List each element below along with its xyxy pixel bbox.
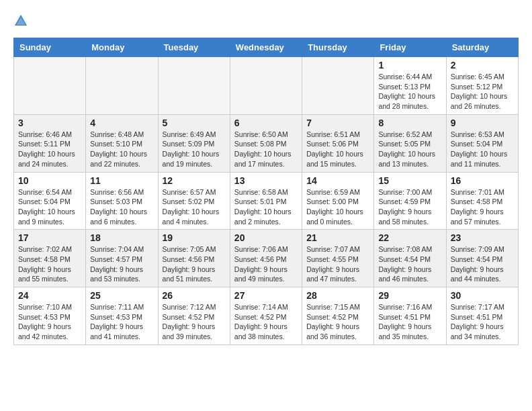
day-info: Sunrise: 7:15 AM Sunset: 4:52 PM Dayligh… <box>306 302 369 342</box>
day-info: Sunrise: 6:59 AM Sunset: 5:00 PM Dayligh… <box>306 187 369 227</box>
day-info: Sunrise: 6:56 AM Sunset: 5:03 PM Dayligh… <box>90 187 153 227</box>
day-number: 16 <box>451 175 514 186</box>
calendar-cell: 4Sunrise: 6:48 AM Sunset: 5:10 PM Daylig… <box>86 114 158 172</box>
day-info: Sunrise: 7:04 AM Sunset: 4:57 PM Dayligh… <box>90 244 153 284</box>
calendar-cell: 7Sunrise: 6:51 AM Sunset: 5:06 PM Daylig… <box>302 114 374 172</box>
week-row: 1Sunrise: 6:44 AM Sunset: 5:13 PM Daylig… <box>14 57 519 115</box>
calendar-cell: 25Sunrise: 7:11 AM Sunset: 4:53 PM Dayli… <box>86 287 158 345</box>
day-number: 6 <box>234 118 298 128</box>
day-info: Sunrise: 7:16 AM Sunset: 4:51 PM Dayligh… <box>378 302 441 342</box>
calendar-cell: 15Sunrise: 7:00 AM Sunset: 4:59 PM Dayli… <box>374 172 446 230</box>
calendar-cell: 21Sunrise: 7:07 AM Sunset: 4:55 PM Dayli… <box>302 230 374 287</box>
week-row: 24Sunrise: 7:10 AM Sunset: 4:53 PM Dayli… <box>14 287 519 345</box>
header-monday: Monday <box>86 38 158 57</box>
day-number: 9 <box>451 118 514 128</box>
calendar-cell: 5Sunrise: 6:49 AM Sunset: 5:09 PM Daylig… <box>158 114 230 172</box>
calendar-cell: 26Sunrise: 7:12 AM Sunset: 4:52 PM Dayli… <box>158 287 230 345</box>
day-number: 28 <box>306 290 369 301</box>
day-number: 7 <box>306 118 369 128</box>
day-number: 17 <box>18 232 81 243</box>
day-number: 30 <box>451 290 514 301</box>
day-info: Sunrise: 6:52 AM Sunset: 5:05 PM Dayligh… <box>378 130 441 169</box>
day-info: Sunrise: 6:49 AM Sunset: 5:09 PM Dayligh… <box>163 130 226 169</box>
day-info: Sunrise: 6:58 AM Sunset: 5:01 PM Dayligh… <box>234 187 298 227</box>
day-info: Sunrise: 6:50 AM Sunset: 5:08 PM Dayligh… <box>234 130 298 169</box>
header-wednesday: Wednesday <box>230 38 302 57</box>
day-info: Sunrise: 7:00 AM Sunset: 4:59 PM Dayligh… <box>378 187 441 227</box>
calendar-cell: 19Sunrise: 7:05 AM Sunset: 4:56 PM Dayli… <box>158 230 230 287</box>
calendar-cell: 1Sunrise: 6:44 AM Sunset: 5:13 PM Daylig… <box>374 57 446 115</box>
calendar-cell: 27Sunrise: 7:14 AM Sunset: 4:52 PM Dayli… <box>230 287 302 345</box>
calendar-cell: 17Sunrise: 7:02 AM Sunset: 4:58 PM Dayli… <box>14 230 86 287</box>
calendar-cell: 13Sunrise: 6:58 AM Sunset: 5:01 PM Dayli… <box>230 172 302 230</box>
calendar-cell: 20Sunrise: 7:06 AM Sunset: 4:56 PM Dayli… <box>230 230 302 287</box>
calendar-cell <box>158 57 230 115</box>
day-number: 25 <box>90 290 153 301</box>
header-friday: Friday <box>374 38 446 57</box>
header-tuesday: Tuesday <box>158 38 230 57</box>
logo <box>13 13 28 31</box>
day-info: Sunrise: 7:10 AM Sunset: 4:53 PM Dayligh… <box>18 302 81 342</box>
calendar-cell: 10Sunrise: 6:54 AM Sunset: 5:04 PM Dayli… <box>14 172 86 230</box>
calendar-cell: 30Sunrise: 7:17 AM Sunset: 4:51 PM Dayli… <box>446 287 518 345</box>
day-info: Sunrise: 7:02 AM Sunset: 4:58 PM Dayligh… <box>18 244 81 284</box>
calendar-table: SundayMondayTuesdayWednesdayThursdayFrid… <box>13 38 519 345</box>
day-number: 23 <box>451 232 514 243</box>
calendar-cell <box>14 57 86 115</box>
day-number: 13 <box>234 175 298 186</box>
day-number: 18 <box>90 232 153 243</box>
day-number: 19 <box>163 232 226 243</box>
day-info: Sunrise: 6:46 AM Sunset: 5:11 PM Dayligh… <box>18 130 81 169</box>
day-info: Sunrise: 6:44 AM Sunset: 5:13 PM Dayligh… <box>378 72 441 111</box>
calendar-cell: 18Sunrise: 7:04 AM Sunset: 4:57 PM Dayli… <box>86 230 158 287</box>
calendar-cell: 9Sunrise: 6:53 AM Sunset: 5:04 PM Daylig… <box>446 114 518 172</box>
week-row: 10Sunrise: 6:54 AM Sunset: 5:04 PM Dayli… <box>14 172 519 230</box>
day-info: Sunrise: 6:45 AM Sunset: 5:12 PM Dayligh… <box>451 72 514 111</box>
week-row: 17Sunrise: 7:02 AM Sunset: 4:58 PM Dayli… <box>14 230 519 287</box>
page-header <box>13 13 519 31</box>
day-number: 12 <box>163 175 226 186</box>
calendar-cell: 8Sunrise: 6:52 AM Sunset: 5:05 PM Daylig… <box>374 114 446 172</box>
day-number: 29 <box>378 290 441 301</box>
calendar-cell: 29Sunrise: 7:16 AM Sunset: 4:51 PM Dayli… <box>374 287 446 345</box>
day-info: Sunrise: 6:51 AM Sunset: 5:06 PM Dayligh… <box>306 130 369 169</box>
day-info: Sunrise: 7:08 AM Sunset: 4:54 PM Dayligh… <box>378 244 441 284</box>
day-number: 24 <box>18 290 81 301</box>
day-info: Sunrise: 7:12 AM Sunset: 4:52 PM Dayligh… <box>163 302 226 342</box>
day-number: 10 <box>18 175 81 186</box>
week-row: 3Sunrise: 6:46 AM Sunset: 5:11 PM Daylig… <box>14 114 519 172</box>
day-number: 14 <box>306 175 369 186</box>
calendar-header-row: SundayMondayTuesdayWednesdayThursdayFrid… <box>14 38 519 57</box>
day-number: 20 <box>234 232 298 243</box>
day-info: Sunrise: 7:07 AM Sunset: 4:55 PM Dayligh… <box>306 244 369 284</box>
day-number: 3 <box>18 118 81 128</box>
calendar-cell: 3Sunrise: 6:46 AM Sunset: 5:11 PM Daylig… <box>14 114 86 172</box>
day-number: 5 <box>163 118 226 128</box>
day-info: Sunrise: 7:17 AM Sunset: 4:51 PM Dayligh… <box>451 302 514 342</box>
day-number: 2 <box>451 60 514 71</box>
day-info: Sunrise: 7:01 AM Sunset: 4:58 PM Dayligh… <box>451 187 514 227</box>
calendar-cell: 2Sunrise: 6:45 AM Sunset: 5:12 PM Daylig… <box>446 57 518 115</box>
calendar-cell: 23Sunrise: 7:09 AM Sunset: 4:54 PM Dayli… <box>446 230 518 287</box>
logo-icon <box>13 13 28 31</box>
calendar-cell: 28Sunrise: 7:15 AM Sunset: 4:52 PM Dayli… <box>302 287 374 345</box>
day-number: 1 <box>378 60 441 71</box>
day-number: 8 <box>378 118 441 128</box>
header-sunday: Sunday <box>14 38 86 57</box>
calendar-cell <box>302 57 374 115</box>
calendar-cell <box>230 57 302 115</box>
day-info: Sunrise: 7:14 AM Sunset: 4:52 PM Dayligh… <box>234 302 298 342</box>
calendar-cell: 11Sunrise: 6:56 AM Sunset: 5:03 PM Dayli… <box>86 172 158 230</box>
calendar-cell: 22Sunrise: 7:08 AM Sunset: 4:54 PM Dayli… <box>374 230 446 287</box>
calendar-cell: 16Sunrise: 7:01 AM Sunset: 4:58 PM Dayli… <box>446 172 518 230</box>
day-number: 26 <box>163 290 226 301</box>
day-number: 4 <box>90 118 153 128</box>
day-info: Sunrise: 6:54 AM Sunset: 5:04 PM Dayligh… <box>18 187 81 227</box>
day-info: Sunrise: 6:48 AM Sunset: 5:10 PM Dayligh… <box>90 130 153 169</box>
day-info: Sunrise: 7:06 AM Sunset: 4:56 PM Dayligh… <box>234 244 298 284</box>
calendar-cell: 12Sunrise: 6:57 AM Sunset: 5:02 PM Dayli… <box>158 172 230 230</box>
day-number: 27 <box>234 290 298 301</box>
day-info: Sunrise: 7:05 AM Sunset: 4:56 PM Dayligh… <box>163 244 226 284</box>
day-info: Sunrise: 7:09 AM Sunset: 4:54 PM Dayligh… <box>451 244 514 284</box>
calendar-cell: 14Sunrise: 6:59 AM Sunset: 5:00 PM Dayli… <box>302 172 374 230</box>
